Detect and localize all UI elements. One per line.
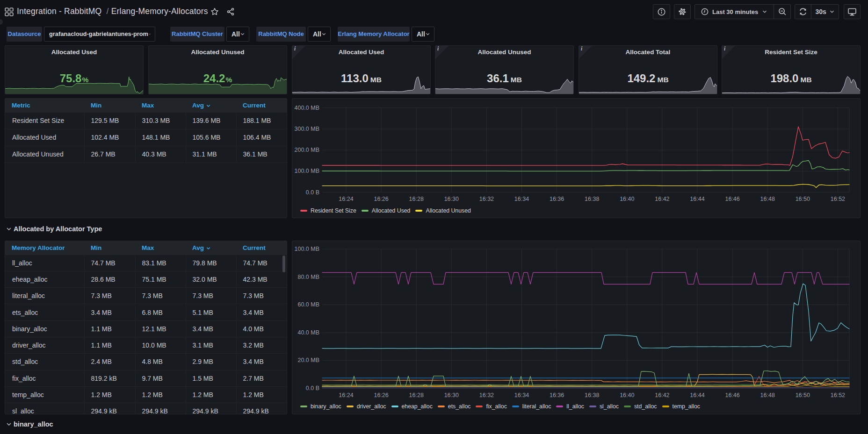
svg-text:400.0 MB: 400.0 MB [294,105,319,111]
svg-text:16:36: 16:36 [550,196,564,202]
svg-text:16:26: 16:26 [374,196,388,202]
svg-text:80.0 MB: 80.0 MB [297,274,319,280]
svg-text:16:50: 16:50 [796,196,810,202]
svg-text:16:52: 16:52 [831,196,845,202]
svg-text:16:36: 16:36 [550,392,564,398]
svg-text:300.0 MB: 300.0 MB [294,126,319,132]
svg-text:16:48: 16:48 [760,392,775,398]
svg-text:16:42: 16:42 [655,196,669,202]
svg-text:16:38: 16:38 [585,196,599,202]
svg-text:16:44: 16:44 [690,196,704,202]
svg-text:40.0 MB: 40.0 MB [297,329,319,336]
svg-text:16:34: 16:34 [514,392,529,398]
svg-text:16:34: 16:34 [514,196,529,202]
svg-text:16:46: 16:46 [725,392,739,398]
svg-text:16:48: 16:48 [760,196,775,202]
svg-text:16:40: 16:40 [620,196,634,202]
svg-text:200.0 MB: 200.0 MB [294,147,319,153]
svg-text:0.0 B: 0.0 B [306,189,319,196]
svg-text:16:40: 16:40 [620,392,634,398]
svg-text:16:52: 16:52 [831,392,845,398]
svg-text:60.0 MB: 60.0 MB [297,301,319,308]
svg-text:16:30: 16:30 [444,196,459,202]
svg-text:16:28: 16:28 [409,392,424,398]
svg-text:16:42: 16:42 [655,392,669,398]
svg-text:0.0 B: 0.0 B [306,385,319,391]
svg-text:100.0 MB: 100.0 MB [294,246,319,252]
svg-text:16:30: 16:30 [444,392,459,398]
svg-text:16:46: 16:46 [725,196,739,202]
svg-text:20.0 MB: 20.0 MB [297,357,319,363]
svg-text:16:32: 16:32 [479,392,494,398]
svg-text:16:50: 16:50 [796,392,810,398]
svg-text:16:38: 16:38 [585,392,599,398]
svg-text:16:44: 16:44 [690,392,704,398]
svg-text:16:26: 16:26 [374,392,388,398]
svg-text:16:32: 16:32 [479,196,494,202]
svg-text:100.0 MB: 100.0 MB [294,168,319,174]
svg-text:16:28: 16:28 [409,196,424,202]
svg-text:16:24: 16:24 [339,392,353,398]
svg-text:16:24: 16:24 [339,196,353,202]
